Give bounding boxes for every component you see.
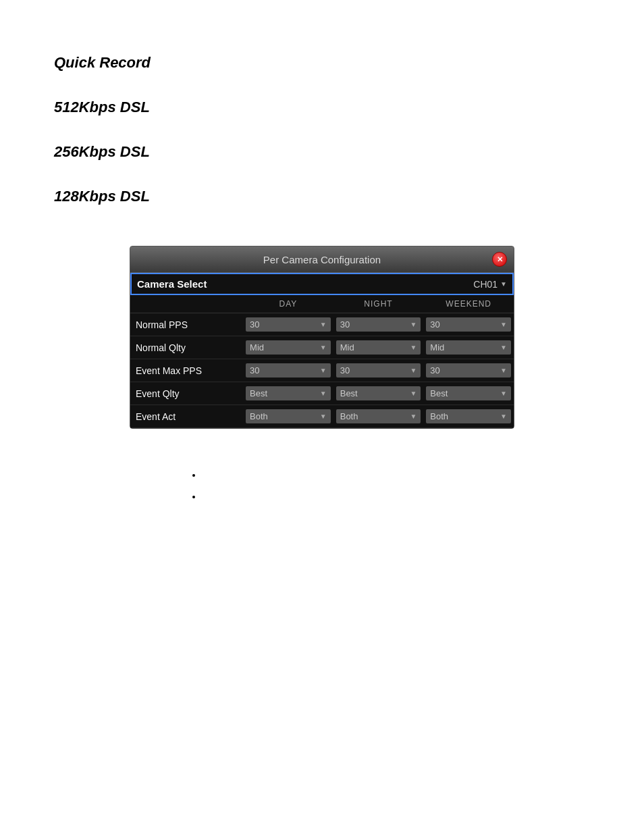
table-row: Normal PPS30▼30▼30▼: [130, 313, 514, 336]
per-camera-dialog: Per Camera Configuration Camera Select C…: [130, 246, 514, 429]
camera-select-row[interactable]: Camera Select CH01 ▼: [130, 273, 514, 295]
row-label-1: Normal Qlty: [130, 336, 243, 359]
row-day-3[interactable]: Best▼: [243, 382, 333, 405]
row-label-0: Normal PPS: [130, 313, 243, 336]
row-night-1[interactable]: Mid▼: [333, 336, 424, 359]
row-label-2: Event Max PPS: [130, 359, 243, 382]
table-header-row: DAY NIGHT WEEKEND: [130, 295, 514, 313]
heading-dsl-512: 512Kbps DSL: [54, 99, 590, 116]
row-weekend-0[interactable]: 30▼: [423, 313, 514, 336]
bullet-item-2: [203, 491, 590, 502]
dialog-titlebar: Per Camera Configuration: [130, 246, 514, 273]
row-day-4[interactable]: Both▼: [243, 405, 333, 428]
row-weekend-1[interactable]: Mid▼: [423, 336, 514, 359]
row-day-2[interactable]: 30▼: [243, 359, 333, 382]
col-weekend: WEEKEND: [423, 295, 514, 313]
camera-select-label: Camera Select: [137, 278, 207, 290]
heading-dsl-256: 256Kbps DSL: [54, 143, 590, 161]
row-label-4: Event Act: [130, 405, 243, 428]
row-day-0[interactable]: 30▼: [243, 313, 333, 336]
row-weekend-4[interactable]: Both▼: [423, 405, 514, 428]
heading-dsl-128: 128Kbps DSL: [54, 188, 590, 205]
row-night-2[interactable]: 30▼: [333, 359, 424, 382]
col-night: NIGHT: [333, 295, 424, 313]
page-content: Quick Record 512Kbps DSL 256Kbps DSL 128…: [0, 0, 644, 540]
table-row: Event QltyBest▼Best▼Best▼: [130, 382, 514, 405]
close-button[interactable]: [492, 252, 507, 267]
row-night-3[interactable]: Best▼: [333, 382, 424, 405]
col-label: [130, 295, 243, 313]
row-day-1[interactable]: Mid▼: [243, 336, 333, 359]
dialog-body: Camera Select CH01 ▼ DAY NIGHT WEEKEND: [130, 273, 514, 428]
config-table: DAY NIGHT WEEKEND Normal PPS30▼30▼30▼Nor…: [130, 295, 514, 428]
dialog-wrapper: Per Camera Configuration Camera Select C…: [54, 246, 590, 429]
row-night-0[interactable]: 30▼: [333, 313, 424, 336]
camera-select-arrow: ▼: [500, 280, 507, 288]
row-weekend-3[interactable]: Best▼: [423, 382, 514, 405]
row-weekend-2[interactable]: 30▼: [423, 359, 514, 382]
bullet-item-1: [203, 469, 590, 480]
bullet-list: [189, 469, 590, 502]
dialog-title: Per Camera Configuration: [152, 254, 492, 265]
heading-quick-record: Quick Record: [54, 54, 590, 72]
table-row: Normal QltyMid▼Mid▼Mid▼: [130, 336, 514, 359]
row-label-3: Event Qlty: [130, 382, 243, 405]
col-day: DAY: [243, 295, 333, 313]
table-row: Event ActBoth▼Both▼Both▼: [130, 405, 514, 428]
row-night-4[interactable]: Both▼: [333, 405, 424, 428]
table-row: Event Max PPS30▼30▼30▼: [130, 359, 514, 382]
camera-select-value: CH01 ▼: [473, 279, 507, 290]
